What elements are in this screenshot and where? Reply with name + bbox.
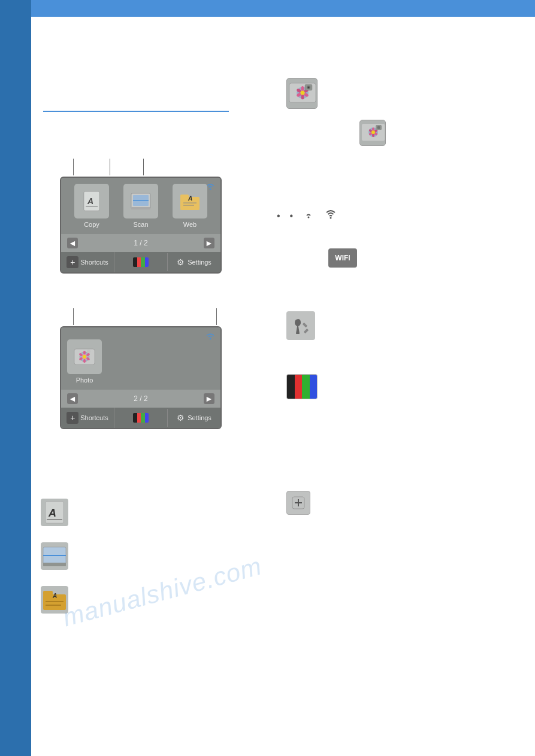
svg-text:A: A — [48, 507, 56, 519]
wifi-button-label: WIFI — [335, 254, 350, 262]
prev-arrow-1[interactable]: ◄ — [67, 238, 78, 248]
scan-icon-small — [41, 542, 68, 570]
svg-text:A: A — [87, 196, 93, 206]
ink-colors-widget — [286, 374, 318, 399]
ink-icon-2 — [133, 413, 149, 423]
lcd-nav-2: ◄ 2 / 2 ► — [61, 390, 220, 408]
svg-point-18 — [83, 351, 86, 354]
ink-btn-2[interactable] — [114, 409, 168, 427]
left-sidebar — [0, 0, 31, 756]
lcd-screen-2: Photo ◄ 2 / 2 ► + Shortcuts — [60, 326, 222, 429]
wifi-signal-group: • • — [277, 208, 337, 221]
wifi-bar-1: • — [277, 211, 280, 221]
settings-btn-1[interactable]: ⚙ Settings — [168, 253, 220, 271]
settings-btn-2[interactable]: ⚙ Settings — [168, 409, 220, 427]
settings-label-2: Settings — [188, 414, 211, 421]
ink-icon-1 — [133, 257, 149, 267]
chapter-underline — [43, 111, 229, 112]
ink-colors-icon — [286, 374, 318, 399]
screen1-container: A Copy Scan — [60, 177, 222, 274]
page-indicator-2: 2 / 2 — [134, 394, 147, 403]
next-arrow-1[interactable]: ► — [204, 238, 214, 248]
wifi-button-widget: WIFI — [328, 248, 357, 268]
svg-rect-7 — [131, 207, 150, 210]
svg-point-17 — [87, 350, 90, 353]
svg-rect-64 — [304, 329, 309, 333]
wifi-bar-3 — [303, 210, 315, 221]
web-button[interactable]: A Web — [173, 184, 207, 228]
watermark: manualshive.com — [60, 552, 265, 633]
copy-icon-small: A — [41, 499, 68, 526]
svg-rect-63 — [303, 323, 307, 327]
svg-point-45 — [301, 91, 305, 95]
settings-icon-1: ⚙ — [177, 257, 185, 267]
svg-point-21 — [83, 359, 86, 363]
photo-button[interactable]: Photo — [67, 339, 102, 384]
svg-text:A: A — [188, 195, 192, 202]
ink-black — [287, 375, 295, 399]
scan-button[interactable]: Scan — [123, 184, 158, 228]
scan-label: Scan — [133, 221, 148, 228]
web-icon-small: A — [41, 586, 68, 614]
lcd-nav-1: ◄ 1 / 2 ► — [61, 234, 220, 252]
top-bar — [0, 0, 535, 17]
photo-label: Photo — [76, 377, 93, 384]
wifi-indicator-2 — [205, 332, 216, 343]
svg-point-0 — [210, 189, 211, 190]
copy-button[interactable]: A Copy — [74, 184, 109, 228]
settings-icon-2: ⚙ — [177, 413, 185, 423]
wifi-bar-2: • — [290, 211, 294, 221]
ink-btn-1[interactable] — [114, 253, 168, 271]
svg-text:A: A — [52, 593, 57, 599]
web-label: Web — [183, 221, 197, 228]
photo-large-icon — [286, 78, 318, 109]
shortcuts-label-1: Shortcuts — [80, 259, 108, 266]
shortcuts-btn-2[interactable]: + Shortcuts — [61, 408, 114, 428]
plus-icon-1: + — [67, 256, 78, 268]
svg-point-42 — [301, 95, 304, 99]
svg-point-61 — [308, 217, 310, 218]
photo-icon-box — [67, 339, 102, 374]
svg-rect-30 — [43, 563, 66, 566]
svg-point-58 — [371, 130, 375, 134]
plus-icon-2: + — [67, 412, 78, 424]
wifi-button-icon: WIFI — [328, 248, 357, 268]
web-icon-box: A — [173, 184, 207, 218]
shortcuts-plus-icon — [286, 491, 310, 515]
screen2-container: Photo ◄ 2 / 2 ► + Shortcuts — [60, 326, 222, 429]
svg-rect-32 — [43, 591, 53, 596]
svg-point-62 — [330, 217, 332, 219]
svg-point-60 — [377, 126, 380, 129]
photo-small-icon — [359, 120, 386, 146]
settings-wrench-widget — [286, 311, 315, 340]
svg-rect-9 — [180, 195, 189, 198]
svg-point-39 — [301, 86, 304, 91]
wrench-icon — [286, 311, 315, 340]
svg-point-13 — [210, 338, 211, 339]
next-arrow-2[interactable]: ► — [204, 393, 214, 404]
lcd-screen-1: A Copy Scan — [60, 177, 222, 274]
lcd-top-2: Photo — [61, 327, 220, 390]
ink-blue — [310, 375, 318, 399]
svg-point-48 — [308, 87, 310, 89]
shortcuts-btn-1[interactable]: + Shortcuts — [61, 252, 114, 272]
scan-icon-box — [123, 184, 158, 218]
ink-green — [302, 375, 310, 399]
lcd-bottom-2: + Shortcuts ⚙ Settings — [61, 408, 220, 428]
prev-arrow-2[interactable]: ◄ — [67, 393, 78, 404]
settings-label-1: Settings — [188, 259, 211, 266]
copy-label: Copy — [84, 221, 99, 228]
copy-icon-box: A — [74, 184, 109, 218]
page-indicator-1: 1 / 2 — [134, 239, 147, 247]
ink-red — [295, 375, 303, 399]
lcd-bottom-1: + Shortcuts ⚙ Settings — [61, 252, 220, 272]
svg-point-24 — [83, 355, 86, 359]
shortcuts-plus-widget — [286, 491, 310, 515]
wifi-bar-4 — [324, 208, 337, 221]
shortcuts-label-2: Shortcuts — [80, 414, 108, 421]
lcd-top-1: A Copy Scan — [61, 178, 220, 234]
